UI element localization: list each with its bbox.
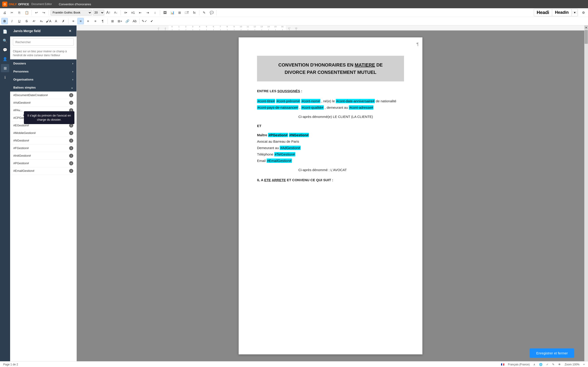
font-family-select[interactable]: Franklin Gothic Book: [51, 10, 92, 16]
ruler: -2 -1 0 1 2 3 4 5 6 7 8 9 10 11 12 13 14…: [77, 25, 584, 31]
insert-textbox-button[interactable]: □T: [184, 9, 190, 16]
settings-button[interactable]: ⚙: [580, 9, 587, 16]
track-review-button[interactable]: ✎✓: [141, 18, 148, 24]
cont-nom-field: #cont-nom#: [301, 99, 320, 103]
merge-item-pgestion[interactable]: #PGestion# i: [10, 160, 77, 167]
merge-item-mobilegestion[interactable]: #MobileGestion# i: [10, 129, 77, 137]
decrease-indent-button[interactable]: ⇤: [137, 9, 144, 16]
link-button[interactable]: 🔗: [124, 18, 130, 24]
info-icon-adgestion[interactable]: i: [69, 101, 73, 105]
sidebar-icon-info[interactable]: ℹ: [1, 73, 9, 81]
italic-button[interactable]: I: [9, 18, 15, 24]
maitre-line: Maître #PGestion# #NGestion#: [257, 132, 404, 138]
ci-apres-client-label: Ci-après dénommé(e) LE CLIENT (LA CLIENT…: [298, 115, 373, 119]
info-icon-ngestion[interactable]: i: [69, 139, 73, 143]
sidebar-icon-search[interactable]: 🔍: [1, 36, 9, 45]
merge-panel-close[interactable]: ✕: [67, 28, 73, 34]
font-size-down-button[interactable]: A↓: [112, 9, 119, 16]
info-icon-mobilegestion[interactable]: i: [69, 131, 73, 135]
merge-item-pav[interactable]: #PAv... i Il s'agit du prénom de l'avoca…: [10, 107, 77, 114]
merge-category-balises-label: Balises simples: [13, 86, 36, 89]
doc-title: Convention d'honoraires: [59, 2, 91, 6]
font-size-select[interactable]: 20: [93, 10, 104, 16]
paste-button[interactable]: 📋: [23, 9, 30, 16]
merge-item-fgestion[interactable]: #FGestion# i: [10, 144, 77, 152]
info-icon-initgestion[interactable]: i: [69, 154, 73, 158]
document-scroll-area[interactable]: ¶ CONVENTION D'HONORAIRES EN MATIERE DE …: [77, 31, 584, 361]
strikethrough-button[interactable]: S: [23, 18, 30, 24]
clear-format-button[interactable]: ✗: [60, 18, 67, 24]
scroll-thumb[interactable]: [585, 30, 588, 44]
insert-chart-button[interactable]: 📊: [169, 9, 175, 16]
list-number-button[interactable]: ≡1: [130, 9, 136, 16]
sidebar-icon-file[interactable]: 📄: [1, 27, 9, 35]
heading2-sample[interactable]: Headin: [552, 9, 572, 16]
insert-image-button[interactable]: 🖼: [162, 9, 168, 16]
tooltip-pav: Il s'agit du prénom de l'avocat en charg…: [24, 111, 74, 124]
comment-button[interactable]: 💬: [208, 9, 215, 16]
align-left-button[interactable]: ≡: [70, 18, 77, 24]
merge-category-personnes[interactable]: Personnes ›: [10, 67, 77, 75]
pilcrow-button[interactable]: ¶: [99, 18, 106, 24]
superscript-button[interactable]: A²: [31, 18, 37, 24]
insert-table-button[interactable]: ⊞: [176, 9, 183, 16]
track-changes-button[interactable]: ✎: [201, 9, 208, 16]
scroll-up-button[interactable]: ▲: [584, 25, 588, 29]
text-art-button[interactable]: Ab: [131, 18, 138, 24]
logo-only: ONLY: [9, 2, 17, 6]
heading1-sample[interactable]: Headi: [534, 9, 552, 16]
separator: [121, 10, 121, 15]
formula-button[interactable]: fx: [191, 9, 198, 16]
font-color-button[interactable]: A: [53, 18, 59, 24]
align-center-button[interactable]: ≡: [78, 18, 84, 24]
matiere-underlined: MATIERE: [355, 62, 375, 67]
save-close-button[interactable]: Enregistrer et fermer: [530, 348, 574, 358]
merge-category-organisations[interactable]: Organisations ›: [10, 75, 77, 83]
undo-button[interactable]: ↩: [33, 9, 40, 16]
zoom-in-button[interactable]: +: [583, 363, 585, 366]
underline-button[interactable]: U: [16, 18, 23, 24]
cut-button[interactable]: ✂: [9, 9, 15, 16]
info-icon-emailgestion[interactable]: i: [69, 169, 73, 173]
print-button[interactable]: 🖨: [1, 9, 8, 16]
info-icon-fgestion[interactable]: i: [69, 146, 73, 150]
sidebar-icon-merge[interactable]: ⊞: [1, 64, 9, 72]
list-bullet-button[interactable]: ≡•: [122, 9, 129, 16]
info-icon-pgestion[interactable]: i: [69, 161, 73, 165]
heading-preview: Headi Headin ▾: [534, 9, 578, 16]
merge-item-documentdatecreation[interactable]: #DocumentDateCreation# i: [10, 92, 77, 99]
app-logo: O ONLYOFFICE: [2, 2, 29, 7]
section-avocat: Maître #PGestion# #NGestion# Avocat au B…: [257, 132, 404, 164]
merge-item-ngestion[interactable]: #NGestion# i: [10, 137, 77, 144]
sidebar-icon-comment[interactable]: 💬: [1, 46, 9, 54]
accept-button[interactable]: ✔: [149, 18, 155, 24]
font-size-up-button[interactable]: A↑: [105, 9, 112, 16]
merge-category-dossiers[interactable]: Dossiers ›: [10, 59, 77, 67]
info-icon-documentdatecreation[interactable]: i: [69, 93, 73, 97]
redo-button[interactable]: ↪: [41, 9, 47, 16]
section-il-a: IL A ETE ARRETE ET CONVENU CE QUI SUIT :: [257, 177, 404, 183]
increase-indent-button[interactable]: ⇥: [145, 9, 151, 16]
right-scrollbar[interactable]: ▲: [584, 25, 588, 361]
subscript-button[interactable]: A₂: [38, 18, 44, 24]
bold-button[interactable]: B: [1, 18, 8, 24]
ci-apres-avocat-label: Ci-après dénommé : L'AVOCAT: [298, 168, 347, 172]
merge-search-input[interactable]: [13, 38, 74, 46]
sidebar-icon-user[interactable]: 👤: [1, 55, 9, 63]
entre-les-label: ENTRE LES: [257, 89, 277, 93]
align-right-button[interactable]: ≡: [85, 18, 91, 24]
table-insert-button[interactable]: ⊞+: [117, 18, 123, 24]
justify-button[interactable]: ≡: [92, 18, 99, 24]
merge-category-balises[interactable]: Balises simples ⌄: [10, 83, 77, 92]
heading-dropdown[interactable]: ▾: [572, 11, 578, 14]
chevron-right-icon: ›: [72, 70, 73, 73]
merge-item-adgestion[interactable]: #AdGestion# i: [10, 99, 77, 107]
document-title-line1: CONVENTION D'HONORAIRES EN MATIERE DE: [262, 61, 399, 69]
merge-item-emailgestion[interactable]: #EmailGestion# i: [10, 167, 77, 175]
table-settings-button[interactable]: ⊞: [109, 18, 116, 24]
copy-button[interactable]: ⎘: [16, 9, 23, 16]
merge-item-initgestion[interactable]: #InitGestion# i: [10, 152, 77, 160]
client-line1: #cont-titre# #cont-prénom# #cont-nom# , …: [257, 98, 404, 104]
linespacing-button[interactable]: ↕: [152, 9, 158, 16]
highlight-button[interactable]: 🖌A: [45, 18, 52, 24]
